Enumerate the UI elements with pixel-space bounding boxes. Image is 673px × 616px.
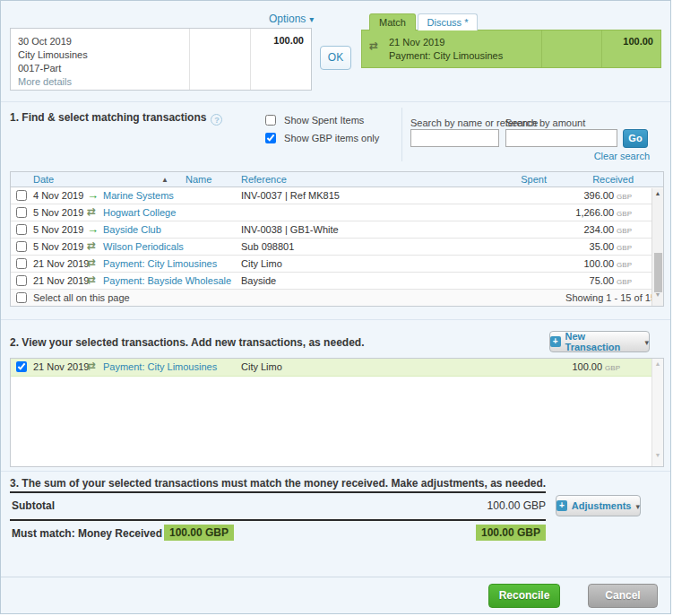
row-date: 5 Nov 2019 [33,207,83,218]
row-name-link[interactable]: Payment: City Limousines [103,361,217,372]
row-received-amount: 75.00GBP [590,275,632,286]
ok-button[interactable]: OK [320,46,351,70]
filter-show-spent[interactable]: Show Spent Items [265,115,364,126]
section-divider [1,319,670,320]
show-gbp-checkbox[interactable] [265,133,276,143]
tab-discuss[interactable]: Discuss * [418,13,478,30]
row-name-link[interactable]: Wilson Periodicals [103,241,184,252]
selected-transactions-box: 21 Nov 2019 Payment: City Limousines Cit… [10,358,664,467]
adjustments-button[interactable]: Adjustments [556,495,641,516]
row-checkbox[interactable] [16,207,27,218]
column-header-reference[interactable]: Reference [241,174,287,185]
help-icon[interactable] [211,114,222,126]
select-all-checkbox[interactable] [16,292,27,303]
sum-section-title: 3. The sum of your selected transactions… [10,477,546,490]
table-row[interactable]: 5 Nov 2019 Hogwart College 1,266.00GBP [11,204,663,221]
row-reference: Bayside [241,275,276,286]
table-row[interactable]: 5 Nov 2019 Bayside Club INV-0038 | GB1-W… [11,221,663,239]
pagination-status: Showing 1 - 15 of 15 [565,292,656,303]
selected-transaction-row[interactable]: 21 Nov 2019 Payment: City Limousines Cit… [11,359,663,377]
chevron-down-icon [644,336,649,347]
column-header-spent[interactable]: Spent [521,174,547,185]
table-row[interactable]: 5 Nov 2019 Wilson Periodicals Sub 098801… [11,239,663,256]
row-reference: City Limo [241,361,282,372]
column-divider [601,30,602,67]
scroll-up-icon[interactable] [652,190,663,203]
selected-box-scrollbar[interactable] [651,359,663,466]
table-row[interactable]: 21 Nov 2019 Payment: City Limousines Cit… [11,256,663,273]
table-row[interactable]: 21 Nov 2019 Payment: Bayside Wholesale B… [11,273,663,290]
must-match-amount-badge: 100.00 GBP [164,525,234,541]
tab-match[interactable]: Match [369,13,416,30]
find-section-title: 1. Find & select matching transactions [10,111,222,126]
matching-transactions-table: Date Name Reference Spent Received 4 Nov… [10,171,664,307]
options-menu[interactable]: Options [269,13,314,25]
row-reference: INV-0037 | Ref MK815 [241,190,340,201]
match-amount: 100.00 [623,36,653,47]
must-match-row: Must match: Money Received 100.00 GBP 10… [10,519,546,546]
show-gbp-label: Show GBP items only [284,133,379,143]
row-checkbox[interactable] [16,241,27,252]
cancel-button[interactable]: Cancel [588,584,658,608]
row-received-amount: 35.00GBP [590,241,632,252]
statement-payee: City Limousines [18,48,182,62]
search-amount-input[interactable] [505,129,617,147]
table-scrollbar[interactable] [651,188,663,306]
row-name-link[interactable]: Bayside Club [103,224,161,235]
transaction-type-icon [87,360,99,372]
row-checkbox[interactable] [16,190,27,201]
row-checkbox[interactable] [16,258,27,269]
clear-search-link[interactable]: Clear search [594,151,650,161]
scroll-up-icon[interactable] [652,360,663,373]
row-reference: INV-0038 | GB1-White [241,224,339,235]
select-all-label: Select all on this page [33,292,130,303]
currency-suffix: GBP [617,210,632,218]
statement-line-card: 30 Oct 2019 City Limousines 0017-Part Mo… [10,28,312,91]
new-transaction-button[interactable]: New Transaction [549,331,650,352]
section-divider [1,101,670,102]
transaction-type-icon [87,189,99,201]
row-checkbox[interactable] [16,275,27,286]
transaction-type-icon [87,257,99,269]
row-checkbox[interactable] [16,361,27,372]
search-name-input[interactable] [410,129,499,147]
subtotal-value: 100.00 GBP [487,499,546,512]
match-date: 21 Nov 2019 [389,36,534,49]
filter-show-gbp[interactable]: Show GBP items only [265,133,379,143]
row-name-link[interactable]: Marine Systems [103,190,174,201]
row-name-link[interactable]: Payment: City Limousines [103,258,217,269]
must-match-total-badge: 100.00 GBP [476,525,546,541]
bank-reconcile-match-screen: Options 30 Oct 2019 City Limousines 0017… [0,0,671,614]
select-all-bar: Select all on this page Showing 1 - 15 o… [11,290,663,306]
row-checkbox[interactable] [16,224,27,235]
row-received-amount: 396.00GBP [583,190,632,201]
column-divider [189,29,190,90]
show-spent-label: Show Spent Items [284,115,364,126]
column-header-received[interactable]: Received [592,174,634,185]
column-header-date[interactable]: Date [33,174,54,185]
more-details-link[interactable]: More details [18,75,182,89]
transaction-type-icon [87,206,99,218]
table-row[interactable]: 4 Nov 2019 Marine Systems INV-0037 | Ref… [11,187,663,204]
row-name-link[interactable]: Payment: Bayside Wholesale [103,275,231,286]
row-name-link[interactable]: Hogwart College [103,207,176,218]
scrollbar-thumb[interactable] [654,253,662,292]
row-date: 4 Nov 2019 [33,190,83,201]
chevron-down-icon [635,500,640,511]
currency-suffix: GBP [617,244,632,252]
show-spent-checkbox[interactable] [265,115,276,126]
transaction-type-icon [87,274,99,286]
row-received-amount: 100.00GBP [572,361,620,372]
search-amount-label: Search by amount [505,117,585,128]
transaction-type-icon [87,240,99,252]
scroll-down-icon[interactable] [652,452,663,464]
reconcile-button[interactable]: Reconcile [488,584,560,608]
sort-ascending-icon[interactable] [161,176,168,184]
table-header: Date Name Reference Spent Received [11,172,663,187]
must-match-label: Must match: Money Received [12,527,162,540]
row-date: 21 Nov 2019 [33,361,89,372]
go-button[interactable]: Go [623,129,648,148]
scroll-down-icon[interactable] [652,291,663,304]
column-header-name[interactable]: Name [186,174,211,185]
plus-icon [550,336,561,347]
